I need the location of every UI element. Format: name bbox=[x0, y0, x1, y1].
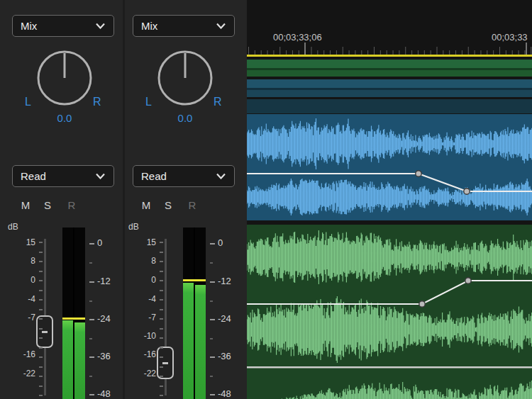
meter-scale-label: -12 bbox=[218, 276, 231, 286]
channel-separator-line bbox=[247, 366, 532, 369]
input-select-label: Mix bbox=[21, 20, 37, 32]
fader-scale-label: -22 bbox=[7, 369, 35, 378]
record-arm-button[interactable]: R bbox=[66, 199, 77, 211]
fader-tick bbox=[160, 318, 163, 320]
chevron-down-icon bbox=[216, 173, 226, 179]
fader-scale-label: 15 bbox=[7, 237, 35, 247]
solo-button[interactable]: S bbox=[42, 199, 53, 211]
fader-tick bbox=[160, 261, 163, 262]
record-arm-button[interactable]: R bbox=[187, 199, 198, 211]
db-unit-label: dB bbox=[128, 222, 139, 232]
audio-track-mixer-view: Mix L R 0.0 Read M S R dB bbox=[0, 0, 532, 399]
fader-scale-label: 15 bbox=[128, 237, 156, 247]
meter-tick bbox=[89, 356, 94, 358]
track-buttons: M S R bbox=[0, 199, 121, 212]
peak-indicator bbox=[62, 317, 85, 320]
fader-grip-line bbox=[162, 362, 168, 364]
meter-tick bbox=[89, 243, 94, 245]
mixer-panel: Mix L R 0.0 Read M S R dB bbox=[0, 0, 247, 399]
fader-tick bbox=[160, 366, 163, 368]
meter-scale-label: -36 bbox=[97, 351, 111, 361]
automation-mode-label: Read bbox=[141, 170, 167, 182]
automation-keyframe[interactable] bbox=[464, 189, 470, 194]
fader-scale-label: 0 bbox=[7, 275, 35, 285]
fader-tick bbox=[39, 337, 43, 339]
channel-strip-1: Mix L R 0.0 Read M S R dB bbox=[0, 0, 121, 399]
fader-tick bbox=[160, 299, 163, 300]
meter-scale-label: -24 bbox=[218, 313, 231, 324]
meter-tick bbox=[210, 319, 215, 320]
input-select[interactable]: Mix bbox=[12, 15, 114, 37]
meter-scale-label: -48 bbox=[97, 388, 111, 399]
meter-scale-label: -48 bbox=[218, 388, 231, 399]
fader-tick bbox=[160, 309, 163, 310]
fader-tick bbox=[160, 242, 163, 243]
fader-scale-label: 0 bbox=[128, 275, 156, 285]
fader-tick bbox=[160, 328, 163, 330]
collapsed-track-bar[interactable] bbox=[247, 79, 532, 97]
time-ruler[interactable] bbox=[247, 41, 532, 55]
fader-tick bbox=[39, 386, 43, 387]
fader-tick bbox=[39, 356, 43, 358]
pan-left-label: L bbox=[25, 96, 31, 108]
pan-value[interactable]: 0.0 bbox=[35, 112, 94, 124]
meter-fill bbox=[183, 283, 194, 399]
meter-scale-label: 0 bbox=[97, 237, 102, 248]
fader-grip-line bbox=[42, 331, 48, 333]
volume-fader-handle[interactable] bbox=[157, 347, 174, 379]
collapsed-track-bar-2[interactable] bbox=[247, 99, 532, 113]
fader-scale-label: 8 bbox=[128, 256, 156, 266]
fader-tick bbox=[39, 261, 43, 262]
automation-mode-select[interactable]: Read bbox=[12, 165, 114, 187]
automation-keyframe[interactable] bbox=[419, 301, 425, 307]
pan-knob[interactable] bbox=[155, 48, 215, 108]
fader-tick bbox=[160, 386, 163, 387]
pan-knob[interactable] bbox=[35, 48, 94, 108]
fader-scale-label: -7 bbox=[128, 313, 156, 322]
meter-tick-minor bbox=[89, 338, 92, 339]
fader-tick bbox=[39, 309, 43, 310]
mute-button[interactable]: M bbox=[20, 199, 31, 211]
automation-keyframe[interactable] bbox=[416, 171, 421, 176]
fader-tick bbox=[39, 395, 43, 396]
fader-scale-label: -4 bbox=[128, 294, 156, 304]
meter-tick-minor bbox=[210, 262, 213, 264]
fader-tick bbox=[39, 318, 43, 320]
automation-keyframe[interactable] bbox=[465, 278, 471, 283]
waveform-channel bbox=[247, 381, 532, 399]
work-area-bar bbox=[247, 55, 532, 57]
track-buttons: M S R bbox=[121, 199, 241, 212]
meter-fill bbox=[74, 322, 85, 399]
video-clip-bar[interactable] bbox=[247, 60, 532, 77]
pan-value[interactable]: 0.0 bbox=[155, 112, 215, 124]
volume-automation-line[interactable] bbox=[247, 281, 532, 304]
channel-strip-2: Mix L R 0.0 Read M S R dB bbox=[121, 0, 241, 399]
mute-button[interactable]: M bbox=[140, 199, 152, 211]
fader-tick bbox=[39, 347, 43, 349]
waveform-channel bbox=[247, 230, 532, 284]
fader-tick bbox=[39, 271, 43, 272]
meter-fill bbox=[62, 320, 73, 399]
fader-tick bbox=[39, 366, 43, 368]
audio-clip-green[interactable] bbox=[247, 225, 532, 399]
fader-tick bbox=[39, 376, 43, 377]
meter-tick bbox=[89, 394, 94, 395]
meter-tick-minor bbox=[89, 300, 92, 302]
pan-left-label: L bbox=[145, 96, 152, 108]
fader-tick bbox=[39, 328, 43, 330]
fader-tick bbox=[160, 271, 163, 272]
volume-fader-handle[interactable] bbox=[36, 315, 53, 348]
meter-tick-minor bbox=[210, 376, 213, 377]
waveform-blue bbox=[247, 114, 532, 220]
input-select[interactable]: Mix bbox=[133, 15, 235, 37]
level-meter-left bbox=[62, 227, 73, 399]
timeline-panel: 00;03;33;06 00;03;33 bbox=[247, 0, 532, 399]
solo-button[interactable]: S bbox=[162, 199, 174, 211]
meter-scale-label: -12 bbox=[97, 276, 111, 286]
fader-scale-label: -7 bbox=[7, 313, 35, 322]
automation-mode-select[interactable]: Read bbox=[133, 165, 235, 187]
audio-clip-blue[interactable] bbox=[247, 114, 532, 220]
meter-tick bbox=[210, 243, 215, 245]
meter-scale-label: -36 bbox=[218, 351, 231, 361]
db-unit-label: dB bbox=[8, 222, 18, 232]
